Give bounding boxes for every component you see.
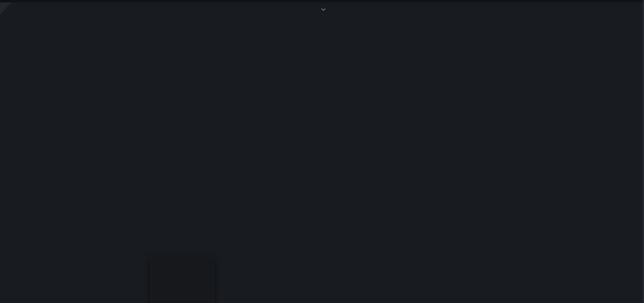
chart-area[interactable]	[17, 22, 627, 285]
info-corner-triangle	[0, 2, 12, 15]
chevron-down-icon	[321, 8, 326, 11]
panel-header[interactable]	[0, 2, 644, 16]
tooltip	[150, 256, 214, 303]
panel-info-corner[interactable]	[0, 2, 12, 16]
scrollbar[interactable]	[643, 0, 644, 303]
